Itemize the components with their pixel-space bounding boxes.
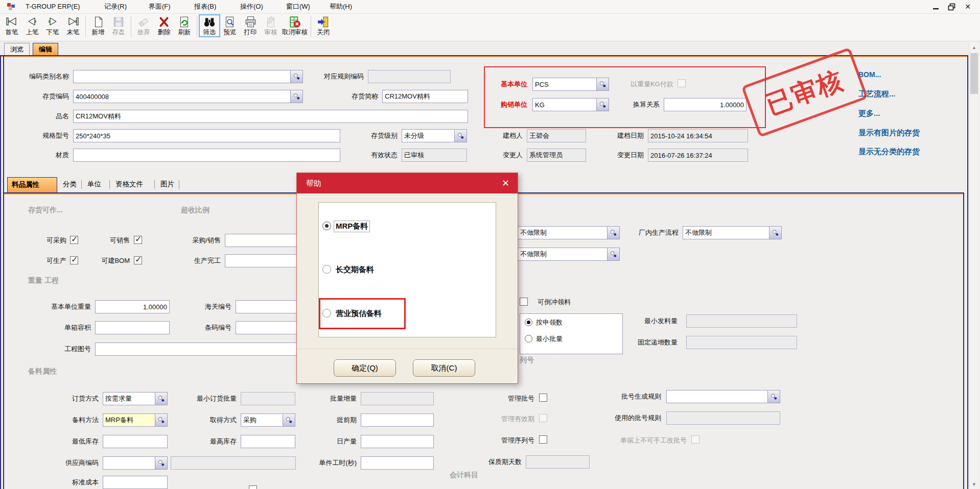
help-dialog: 帮助 ✕ MRP备料 长交期备料 营业预估备料 确定(Q) 取消(C) (296, 173, 518, 384)
can-produce-checkbox[interactable] (70, 256, 78, 264)
lookup-icon[interactable] (155, 413, 168, 427)
scroll-down-icon[interactable]: ▼ (969, 480, 979, 489)
menu-window[interactable]: 窗口(W) (285, 0, 312, 13)
lookup-icon[interactable] (283, 413, 295, 427)
vertical-scrollbar[interactable]: ▲ ▼ (969, 43, 978, 489)
trade-unit-input[interactable] (532, 98, 596, 111)
mrp-prep-radio[interactable] (322, 222, 331, 230)
toolbar-preview[interactable]: 预览 (220, 15, 240, 37)
toolbar-prev[interactable]: 上笔 (22, 15, 42, 37)
by-request-radio[interactable] (525, 319, 532, 326)
menu-operation[interactable]: 操作(O) (239, 0, 265, 13)
mrp-prep-label[interactable]: MRP备料 (334, 221, 369, 232)
restore-icon[interactable] (945, 2, 958, 12)
prep-method-input[interactable] (103, 413, 155, 427)
can-sale-checkbox[interactable] (134, 236, 142, 244)
acquire-mode-label: 取得方式 (200, 413, 237, 427)
lookup-icon[interactable] (769, 226, 782, 239)
create-date-label: 建档日期 (602, 129, 644, 142)
tab-browse[interactable]: 浏览 (4, 43, 30, 56)
long-lead-prep-radio[interactable] (322, 265, 331, 274)
batch-rule-input[interactable] (666, 390, 767, 403)
max-stock-input[interactable] (241, 435, 295, 448)
toolbar-delete[interactable]: 删除 (154, 15, 174, 37)
code-category-input[interactable] (73, 70, 290, 83)
subtab-image[interactable]: 图片 (156, 177, 178, 192)
material-input[interactable] (73, 149, 340, 162)
lookup-icon[interactable] (607, 226, 620, 239)
dialog-close-icon[interactable]: ✕ (502, 178, 509, 189)
printer-icon (244, 15, 257, 29)
manage-serial-checkbox[interactable] (539, 435, 547, 444)
lookup-icon[interactable] (596, 98, 609, 111)
lookup-icon[interactable] (290, 70, 303, 83)
ok-button[interactable]: 确定(Q) (334, 359, 396, 377)
toolbar-first[interactable]: 首笔 (2, 15, 22, 37)
inv-code-input[interactable] (73, 90, 290, 103)
manage-batch-checkbox[interactable] (539, 394, 547, 402)
scrollbar-thumb[interactable] (970, 53, 978, 94)
lookup-icon[interactable] (290, 90, 303, 103)
toolbar-refresh[interactable]: 刷新 (174, 15, 195, 37)
minimize-icon[interactable] (930, 2, 942, 12)
factory-flow-input[interactable] (683, 226, 769, 239)
link-show-with-image[interactable]: 显示有图片的存货 (858, 128, 920, 138)
tab-edit[interactable]: 编辑 (33, 43, 58, 56)
link-bom[interactable]: BOM... (858, 70, 881, 79)
acquire-mode-input[interactable] (241, 413, 283, 427)
menu-report[interactable]: 报表(B) (193, 0, 218, 13)
lookup-icon[interactable] (155, 392, 168, 405)
toolbar-close-form[interactable]: 关闭 (313, 15, 334, 37)
order-mode-input[interactable] (103, 392, 155, 405)
cancel-button[interactable]: 取消(C) (413, 359, 475, 377)
base-unit-input[interactable] (532, 78, 596, 91)
lookup-icon[interactable] (454, 129, 467, 142)
limit1-input[interactable] (518, 226, 607, 239)
toolbar-filter[interactable]: 筛选 (199, 15, 220, 37)
supplier-code-input[interactable] (103, 456, 155, 470)
lead-time-input[interactable] (361, 413, 434, 427)
subtab-unit[interactable]: 单位 (83, 177, 105, 192)
toolbar-cancel-audit[interactable]: 取消审核 (281, 15, 309, 37)
limit2-input[interactable] (518, 248, 607, 261)
lookup-icon[interactable] (155, 456, 168, 470)
toolbar-next[interactable]: 下笔 (42, 15, 63, 37)
min-batch-radio[interactable] (525, 335, 532, 343)
menu-app[interactable]: T-GROUP ERP(E) (24, 0, 82, 13)
subtab-qualification[interactable]: 资格文件 (111, 177, 147, 192)
lookup-icon[interactable] (767, 390, 780, 403)
unit-time-input[interactable] (361, 456, 434, 470)
backflush-checkbox[interactable] (520, 298, 528, 306)
menu-record[interactable]: 记录(R) (103, 0, 128, 13)
long-lead-prep-label[interactable]: 长交期备料 (336, 265, 374, 275)
box-volume-input[interactable] (95, 321, 170, 334)
subtab-item-attrs[interactable]: 料品属性 (7, 177, 57, 192)
lookup-icon[interactable] (596, 78, 609, 91)
toolbar-print[interactable]: 打印 (240, 15, 261, 37)
product-name-input[interactable] (73, 110, 468, 123)
toolbar-last[interactable]: 末笔 (63, 15, 83, 37)
no-manual-batch-label: 单据上不可手工改批号 (592, 434, 687, 447)
can-purchase-checkbox[interactable] (70, 236, 78, 244)
menu-interface[interactable]: 界面(F) (147, 0, 172, 13)
unit-time-label: 单件工时(秒) (300, 456, 357, 470)
conversion-input[interactable] (664, 98, 746, 111)
menu-help[interactable]: 帮助(H) (328, 0, 354, 13)
base-weight-input[interactable] (95, 300, 170, 313)
close-icon[interactable]: ✕ (962, 2, 974, 12)
can-bom-checkbox[interactable] (134, 256, 142, 264)
daily-output-input[interactable] (361, 435, 434, 448)
spec-model-input[interactable] (73, 129, 340, 142)
scroll-up-icon[interactable]: ▲ (969, 43, 979, 52)
std-cost-input[interactable] (103, 476, 168, 489)
toolbar-new[interactable]: 新增 (88, 15, 108, 37)
subtab-category[interactable]: 分类 (59, 177, 81, 192)
weight-header: 重量 工程 (28, 276, 59, 285)
inv-abbr-input[interactable] (382, 90, 468, 103)
lookup-icon[interactable] (607, 248, 620, 261)
inv-level-input[interactable] (402, 129, 454, 142)
link-show-unclassified[interactable]: 显示无分类的存货 (858, 147, 920, 157)
link-more[interactable]: 更多... (858, 109, 880, 118)
link-process-flow[interactable]: 工艺流程... (858, 89, 896, 99)
min-stock-input[interactable] (103, 435, 168, 448)
